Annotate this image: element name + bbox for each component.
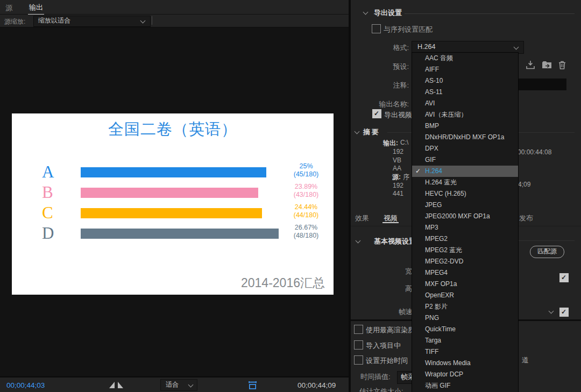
format-menu-item[interactable]: ✓ AS-11 xyxy=(412,87,518,98)
format-menu-item-label: AAC 音频 xyxy=(425,54,453,62)
format-menu-item[interactable]: ✓ AAC 音频 xyxy=(412,53,518,64)
delete-preset-icon[interactable] xyxy=(557,60,567,72)
format-menu-item-label: AIFF xyxy=(425,66,439,73)
summary-source-duration: 4;09 xyxy=(518,181,530,188)
set-out-point-icon[interactable] xyxy=(118,382,123,388)
format-menu-item-label: HEVC (H.265) xyxy=(425,190,466,197)
source-scaling-value: 缩放以适合 xyxy=(38,17,70,24)
collapse-chevron-icon[interactable] xyxy=(363,10,369,15)
format-menu-item[interactable]: ✓ MPEG2 xyxy=(412,233,518,245)
chart-annotation: 2014-2016汇总 xyxy=(241,275,325,291)
format-menu-item[interactable]: ✓ OpenEXR xyxy=(412,290,518,301)
format-menu-item[interactable]: ✓ 动画 GIF xyxy=(412,380,518,391)
tab-publish[interactable]: 发布 xyxy=(519,213,533,223)
checkmark-icon: ✓ xyxy=(415,166,421,177)
format-menu-item[interactable]: ✓ Windows Media xyxy=(412,358,518,369)
tab-effects[interactable]: 效果 xyxy=(355,213,369,223)
summary-output-path: C:\ xyxy=(400,139,408,146)
format-menu-item[interactable]: ✓ H.264 蓝光 xyxy=(412,177,518,188)
tab-source[interactable]: 源 xyxy=(5,3,12,13)
chart-category-label: D xyxy=(42,224,54,243)
format-menu-item[interactable]: ✓ MXF OP1a xyxy=(412,279,518,290)
preview-zoom-select[interactable]: 适合 xyxy=(160,379,197,391)
time-interpolation-label: 时间插值: xyxy=(360,372,391,382)
chart-count-label: (43/180) xyxy=(280,191,332,199)
match-sequence-checkbox[interactable] xyxy=(372,24,381,33)
chart-category-label: A xyxy=(42,162,54,182)
max-render-quality-checkbox[interactable] xyxy=(354,325,363,334)
chart-bar xyxy=(81,208,262,218)
format-menu-item[interactable]: ✓ Wraptor DCP xyxy=(412,369,518,380)
chart-percent-label: 26.67% xyxy=(280,224,332,232)
premiere-export-window: 源 输出 源缩放: 缩放以适合 全国二卷（英语） A xyxy=(0,0,581,392)
chart-bar xyxy=(81,188,258,198)
summary-source-value: 序 xyxy=(403,173,409,182)
preview-zoom-value: 适合 xyxy=(166,381,179,388)
format-menu-item[interactable]: ✓ TIFF xyxy=(412,346,518,358)
toolbar-separator xyxy=(152,16,152,25)
summary-fragment: 441 xyxy=(393,190,403,197)
format-menu-item[interactable]: ✓ MPEG2 蓝光 xyxy=(412,245,518,256)
summary-fragment: AA xyxy=(393,165,401,172)
chart-bar xyxy=(81,167,266,177)
format-menu-item[interactable]: ✓ H.264 xyxy=(412,166,518,177)
format-menu-item-label: JPEG2000 MXF OP1a xyxy=(425,212,490,220)
format-menu-item[interactable]: ✓ AS-10 xyxy=(412,75,518,87)
format-menu-item[interactable]: ✓ GIF xyxy=(412,154,518,166)
chart-bars: A 25% (45/180) B 23.89% xyxy=(12,113,334,295)
slide-frame: 全国二卷（英语） A 25% (45/180) xyxy=(12,113,334,295)
import-preset-icon[interactable] xyxy=(541,60,552,72)
format-menu-item[interactable]: ✓ MPEG4 xyxy=(412,267,518,279)
collapse-chevron-icon[interactable] xyxy=(355,129,360,134)
format-menu-item[interactable]: ✓ AVI xyxy=(412,98,518,109)
crop-output-icon[interactable] xyxy=(247,380,258,390)
chart-bar-row: B 23.89% (43/180) xyxy=(12,188,334,204)
chart-bar xyxy=(81,229,279,239)
set-start-timecode-checkbox[interactable] xyxy=(354,355,363,365)
tab-output[interactable]: 输出 xyxy=(28,3,44,15)
format-menu-item-label: QuickTime xyxy=(425,325,456,333)
chart-category-label: B xyxy=(42,183,53,202)
format-menu-item-label: TIFF xyxy=(425,348,438,355)
summary-fragment: 192 xyxy=(393,182,403,189)
summary-fragment: VB xyxy=(393,156,401,164)
format-menu-item-label: MPEG2-DVD xyxy=(425,258,463,265)
format-menu-item-label: JPEG xyxy=(425,201,442,209)
format-menu-item[interactable]: ✓ Targa xyxy=(412,335,518,346)
format-menu-item[interactable]: ✓ PNG xyxy=(412,312,518,324)
format-menu-item-label: Windows Media xyxy=(425,359,471,367)
format-menu-item-label: OpenEXR xyxy=(425,291,454,299)
chart-bar-row: A 25% (45/180) xyxy=(12,167,334,183)
set-in-point-icon[interactable] xyxy=(109,382,115,388)
format-menu-item[interactable]: ✓ DNxHR/DNxHD MXF OP1a xyxy=(412,132,518,143)
format-menu-item[interactable]: ✓ JPEG2000 MXF OP1a xyxy=(412,211,518,222)
format-menu-item-label: AVI（未压缩） xyxy=(425,111,467,118)
chart-percent-label: 23.89% xyxy=(280,183,332,191)
format-menu-item[interactable]: ✓ JPEG xyxy=(412,199,518,211)
format-menu-item[interactable]: ✓ AIFF xyxy=(412,64,518,75)
format-menu-item-label: BMP xyxy=(425,122,439,130)
format-menu-item-label: P2 影片 xyxy=(425,303,448,310)
save-preset-icon[interactable] xyxy=(525,60,536,72)
format-menu-item-label: 动画 GIF xyxy=(425,382,450,389)
collapse-chevron-icon[interactable] xyxy=(356,238,361,244)
import-into-project-checkbox[interactable] xyxy=(354,340,363,350)
format-menu-item[interactable]: ✓ AVI（未压缩） xyxy=(412,109,518,120)
format-menu-item[interactable]: ✓ MPEG2-DVD xyxy=(412,256,518,267)
format-menu-item[interactable]: ✓ P2 影片 xyxy=(412,301,518,312)
match-source-button[interactable]: 匹配源 xyxy=(530,246,564,258)
format-value: H.264 xyxy=(417,43,435,51)
link-width-height-checkbox[interactable] xyxy=(559,273,569,282)
format-menu-item[interactable]: ✓ MP3 xyxy=(412,222,518,233)
format-menu-item[interactable]: ✓ DPX xyxy=(412,143,518,154)
source-scaling-bar: 源缩放: 缩放以适合 xyxy=(0,15,349,27)
format-menu-item[interactable]: ✓ BMP xyxy=(412,120,518,132)
import-into-project-label: 导入项目中 xyxy=(366,341,401,351)
format-menu-item[interactable]: ✓ HEVC (H.265) xyxy=(412,188,518,199)
active-tab-underline xyxy=(382,222,399,223)
source-scaling-label: 源缩放: xyxy=(4,17,25,26)
source-scaling-select[interactable]: 缩放以适合 xyxy=(33,16,151,27)
format-menu-item[interactable]: ✓ QuickTime xyxy=(412,324,518,335)
frame-rate-checkbox[interactable] xyxy=(559,308,569,317)
export-video-checkbox[interactable] xyxy=(372,109,381,118)
